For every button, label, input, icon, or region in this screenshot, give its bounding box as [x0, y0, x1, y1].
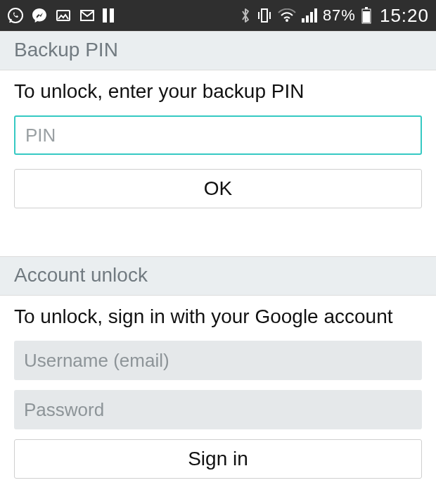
backup-pin-body: To unlock, enter your backup PIN OK — [0, 70, 436, 227]
status-bar-right: 87% 15:20 — [240, 5, 429, 27]
svg-rect-6 — [306, 15, 309, 23]
account-unlock-header: Account unlock — [0, 256, 436, 296]
account-unlock-body: To unlock, sign in with your Google acco… — [0, 296, 436, 497]
section-gap — [0, 227, 436, 256]
messenger-icon — [31, 7, 48, 24]
bluetooth-icon — [240, 7, 251, 24]
gmail-icon — [79, 7, 96, 24]
backup-pin-header: Backup PIN — [0, 31, 436, 70]
vibrate-icon — [257, 7, 272, 24]
backup-pin-instruction: To unlock, enter your backup PIN — [14, 80, 422, 103]
sign-in-button[interactable]: Sign in — [14, 439, 422, 479]
pause-icon — [103, 8, 114, 23]
svg-rect-3 — [262, 9, 267, 22]
clock: 15:20 — [380, 5, 429, 27]
svg-rect-10 — [365, 7, 368, 9]
ok-button[interactable]: OK — [14, 169, 422, 208]
password-input[interactable] — [14, 390, 422, 429]
wifi-icon — [278, 8, 296, 23]
pin-input[interactable] — [14, 115, 422, 155]
battery-percentage: 87% — [323, 6, 356, 25]
svg-rect-7 — [310, 12, 313, 23]
svg-rect-5 — [302, 18, 304, 23]
svg-rect-8 — [314, 8, 317, 23]
svg-rect-11 — [363, 11, 370, 23]
username-input[interactable] — [14, 341, 422, 380]
status-bar-left — [7, 7, 114, 24]
whatsapp-icon — [7, 7, 24, 24]
signal-icon — [302, 8, 317, 23]
image-icon — [55, 7, 72, 24]
svg-point-4 — [286, 19, 288, 22]
battery-icon — [361, 7, 371, 24]
account-unlock-instruction: To unlock, sign in with your Google acco… — [14, 305, 422, 328]
status-bar: 87% 15:20 — [0, 0, 436, 31]
